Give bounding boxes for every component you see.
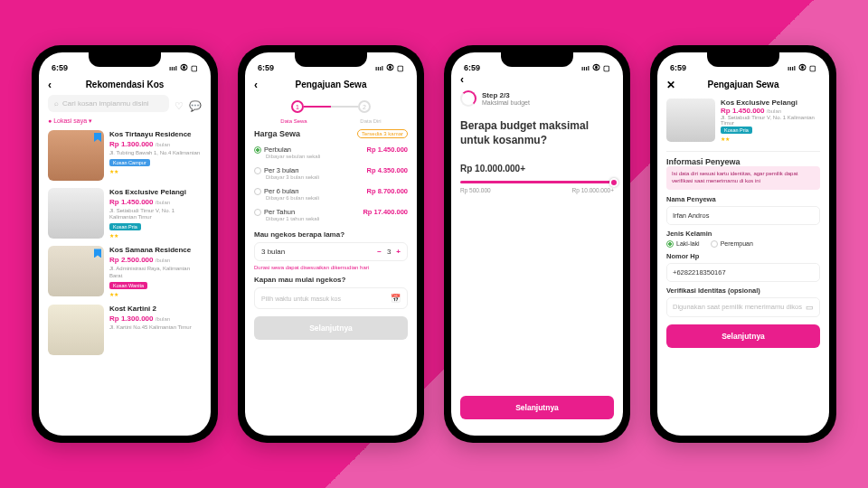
radio-icon xyxy=(666,240,674,248)
back-icon[interactable]: ‹ xyxy=(48,79,52,91)
date-input[interactable]: Pilih waktu untuk masuk kos 📅 xyxy=(254,287,408,309)
radio-icon xyxy=(711,240,718,248)
listing-thumb xyxy=(48,188,104,239)
search-icon: ⌕ xyxy=(54,99,59,108)
rating-stars: ★★ xyxy=(109,232,202,239)
price-option[interactable]: Per TahunDibayar 1 tahun sekali Rp 17.40… xyxy=(254,204,408,225)
location-filter[interactable]: ● Lokasi saya ▾ xyxy=(48,117,202,125)
budget-slider[interactable] xyxy=(460,181,614,183)
next-button[interactable]: Selanjutnya xyxy=(254,316,408,340)
type-badge: Kosan Campur xyxy=(109,159,150,166)
gender-female[interactable]: Perempuan xyxy=(711,240,753,248)
header: ‹ Rekomendasi Kos xyxy=(39,74,211,95)
heart-icon[interactable]: ♡ xyxy=(175,100,184,112)
progress-spinner-icon xyxy=(460,90,476,107)
type-badge: Kosan Pria xyxy=(721,127,752,134)
back-icon[interactable]: ‹ xyxy=(460,73,464,86)
phone-informasi-penyewa: 6:59 ıııl⦿▢ ✕ Pengajuan Sewa Kos Exclusi… xyxy=(650,45,836,443)
chat-icon[interactable]: 💬 xyxy=(189,100,202,112)
listing-thumb xyxy=(48,305,104,355)
phone-rekomendasi: 6:59 ıııl⦿▢ ‹ Rekomendasi Kos ⌕ Cari kos… xyxy=(32,45,218,443)
type-badge: Kosan Pria xyxy=(109,223,141,230)
bookmark-icon[interactable] xyxy=(94,249,101,258)
phone-field[interactable]: +6282218350167 xyxy=(666,263,820,282)
property-summary: Kos Exclusive Pelangi Rp 1.450.000 /bula… xyxy=(666,95,820,145)
type-badge: Kosan Wanita xyxy=(109,282,147,289)
radio-icon[interactable] xyxy=(254,167,261,174)
radio-icon[interactable] xyxy=(254,188,261,195)
listing-card[interactable]: Kos Samana Residence Rp 2.500.000 /bulan… xyxy=(48,246,202,296)
section-title: Informasi Penyewa xyxy=(666,157,820,166)
step-1-dot: 1 xyxy=(291,100,304,113)
property-thumb xyxy=(666,99,715,142)
name-field[interactable]: Irfan Andros xyxy=(666,206,820,225)
radio-icon[interactable] xyxy=(254,146,261,154)
stepper: 1 2 xyxy=(254,100,408,113)
page-title: Pengajuan Sewa xyxy=(296,80,367,89)
duration-stepper[interactable]: 3 bulan − 3 + xyxy=(254,242,408,261)
rating-stars: ★★ xyxy=(109,291,202,297)
plus-button[interactable]: + xyxy=(396,248,401,256)
next-button[interactable]: Selanjutnya xyxy=(460,396,614,419)
clock: 6:59 xyxy=(52,63,68,72)
minus-button[interactable]: − xyxy=(377,248,382,256)
next-button[interactable]: Selanjutnya xyxy=(666,324,820,348)
availability-pill: Tersedia 3 kamar xyxy=(357,129,408,138)
page-title: Rekomendasi Kos xyxy=(86,80,165,89)
info-banner: Isi data diri sesuai kartu identitas, ag… xyxy=(666,166,820,190)
phone-budget: 6:59 ıııl⦿▢ ‹ Step 2/3 Maksimal budget B… xyxy=(444,45,630,443)
question-heading: Berapa budget maksimal untuk kosanmu? xyxy=(460,119,614,147)
price-option[interactable]: PerbulanDibayar sebulan sekali Rp 1.450.… xyxy=(254,142,408,163)
listing-card[interactable]: Kos Exclusive Pelangi Rp 1.450.000 /bula… xyxy=(48,188,202,239)
section-title: Harga Sewa xyxy=(254,129,300,138)
rating-stars: ★★ xyxy=(109,168,202,174)
gender-male[interactable]: Laki-laki xyxy=(666,240,700,248)
price-option[interactable]: Per 3 bulanDibayar 3 bulan sekali Rp 4.3… xyxy=(254,163,408,183)
page-title: Pengajuan Sewa xyxy=(708,80,779,89)
rating-stars: ★★ xyxy=(721,136,820,142)
identity-field[interactable]: Digunakan saat pemilik menerimamu dikos … xyxy=(666,297,820,317)
budget-value: Rp 10.000.000+ xyxy=(460,164,614,174)
calendar-icon[interactable]: 📅 xyxy=(391,294,401,303)
bookmark-icon[interactable] xyxy=(94,133,101,142)
back-icon[interactable]: ‹ xyxy=(254,79,258,91)
listing-thumb xyxy=(48,246,104,296)
radio-icon[interactable] xyxy=(254,209,261,216)
listing-thumb xyxy=(48,130,104,181)
listing-card[interactable]: Kost Kartini 2 Rp 1.300.000 /bulan Jl. K… xyxy=(48,305,202,355)
slider-thumb[interactable] xyxy=(609,178,618,187)
close-icon[interactable]: ✕ xyxy=(666,79,675,91)
phone-pengajuan-harga: 6:59 ıııl⦿▢ ‹ Pengajuan Sewa 1 2 Data Se… xyxy=(238,45,424,443)
price-option[interactable]: Per 6 bulanDibayar 6 bulan sekali Rp 8.7… xyxy=(254,183,408,204)
id-card-icon: ▭ xyxy=(806,303,814,312)
search-input[interactable]: ⌕ Cari kosan impianmu disini xyxy=(48,95,169,112)
step-2-dot: 2 xyxy=(358,100,371,113)
listing-card[interactable]: Kos Tirtaayu Residence Rp 1.300.000 /bul… xyxy=(48,130,202,181)
